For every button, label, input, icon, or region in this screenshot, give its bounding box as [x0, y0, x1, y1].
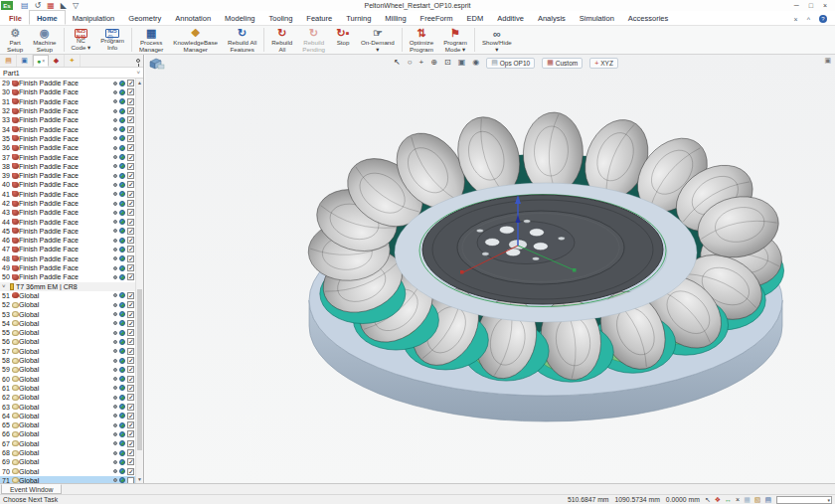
operation-row[interactable]: 55Global✓ [0, 328, 135, 337]
snap-modes-icon[interactable]: ❖ [715, 496, 721, 504]
operation-row[interactable]: 50Finish Paddle Face✓ [0, 272, 135, 281]
simulation-globe-icon[interactable] [119, 274, 125, 280]
simulation-globe-icon[interactable] [119, 81, 125, 86]
simulation-globe-icon[interactable] [119, 459, 125, 465]
operation-row[interactable]: 49Finish Paddle Face✓ [0, 263, 135, 272]
on-demand-button[interactable]: ☞On-Demand▾ [356, 26, 400, 54]
simulation-globe-icon[interactable] [119, 108, 125, 114]
scrollbar-thumb[interactable] [137, 289, 142, 451]
knowledgebase-manager-button[interactable]: ❖KnowledgeBaseManager [168, 26, 223, 54]
close-document-icon[interactable]: × [794, 16, 798, 23]
process-manager-button[interactable]: ▦ProcessManager [134, 26, 168, 54]
visibility-checkbox[interactable]: ✓ [127, 98, 134, 105]
simulation-globe-icon[interactable] [119, 395, 125, 401]
work-plane-icon[interactable]: ▧ [754, 496, 761, 504]
simulation-globe-icon[interactable] [119, 247, 125, 252]
measure-icon[interactable]: ◣ [61, 1, 67, 10]
auto-snap-icon[interactable]: ↔ [725, 496, 732, 504]
simulation-globe-icon[interactable] [119, 330, 125, 336]
simulation-globe-icon[interactable] [119, 320, 125, 326]
visibility-checkbox[interactable]: ✓ [127, 458, 134, 465]
menu-tab-analysis[interactable]: Analysis [531, 10, 573, 25]
visibility-checkbox[interactable]: ✓ [127, 107, 134, 114]
visibility-checkbox[interactable]: ✓ [127, 311, 134, 318]
simulation-globe-icon[interactable] [119, 440, 125, 446]
simulation-globe-icon[interactable] [119, 228, 125, 234]
simulation-globe-icon[interactable] [119, 98, 125, 104]
visibility-checkbox[interactable]: ✓ [127, 404, 134, 411]
program-mode-button[interactable]: ⚑ProgramMode ▾ [438, 26, 472, 54]
simulation-globe-icon[interactable] [119, 367, 125, 373]
simulation-globe-icon[interactable] [119, 163, 125, 169]
operation-row[interactable]: 38Finish Paddle Face✓ [0, 162, 135, 171]
simulation-globe-icon[interactable] [119, 339, 125, 345]
visibility-checkbox[interactable]: ✓ [127, 440, 134, 447]
visibility-checkbox[interactable]: ✓ [127, 264, 134, 271]
operation-row[interactable]: 60Global✓ [0, 375, 135, 384]
operation-row[interactable]: 61Global✓ [0, 384, 135, 393]
operation-row[interactable]: 41Finish Paddle Face✓ [0, 190, 135, 199]
event-window-tab[interactable]: Event Window [1, 484, 62, 494]
visibility-checkbox[interactable]: ✓ [127, 449, 134, 456]
pin-icon[interactable] [136, 59, 140, 63]
simulation-globe-icon[interactable] [119, 255, 125, 261]
visibility-checkbox[interactable]: ✓ [127, 292, 134, 299]
operation-row[interactable]: 42Finish Paddle Face✓ [0, 199, 135, 208]
visibility-checkbox[interactable]: ✓ [127, 191, 134, 198]
simulation-globe-icon[interactable] [119, 302, 125, 308]
simulation-globe-icon[interactable] [119, 311, 125, 317]
simulation-globe-icon[interactable] [119, 404, 125, 410]
simulation-globe-icon[interactable] [119, 173, 125, 179]
visibility-checkbox[interactable]: ✓ [127, 200, 134, 207]
close-icon[interactable]: × [42, 58, 45, 64]
program-info-button[interactable]: N25ⓘProgramInfo [95, 26, 129, 54]
operation-row[interactable]: 62Global✓ [0, 393, 135, 402]
simulation-globe-icon[interactable] [119, 450, 125, 456]
simulation-globe-icon[interactable] [119, 265, 125, 271]
show-hide-button[interactable]: ∞Show/Hide▾ [477, 26, 517, 54]
simulation-globe-icon[interactable] [119, 422, 125, 428]
part-selector[interactable]: Part1 ˅ [0, 68, 143, 79]
operation-row[interactable]: 35Finish Paddle Face✓ [0, 134, 135, 143]
visibility-checkbox[interactable]: ✓ [127, 154, 134, 161]
operation-row[interactable]: 65Global✓ [0, 420, 135, 429]
menu-tab-modeling[interactable]: Modeling [218, 10, 261, 25]
operation-row[interactable]: 70Global✓ [0, 466, 135, 475]
menu-tab-milling[interactable]: Milling [378, 10, 413, 25]
nc-code-button[interactable]: N25N40NCCode ▾ [67, 26, 96, 54]
optimize-program-button[interactable]: ⇅OptimizeProgram [405, 26, 438, 54]
visibility-checkbox[interactable]: ✓ [127, 273, 134, 280]
visibility-checkbox[interactable]: ✓ [127, 88, 134, 95]
simulation-globe-icon[interactable] [119, 135, 125, 141]
tab-operations-manager[interactable]: ●× [33, 55, 49, 67]
operation-row[interactable]: 57Global✓ [0, 347, 135, 356]
visibility-checkbox[interactable]: ✓ [127, 80, 134, 86]
menu-tab-manipulation[interactable]: Manipulation [66, 10, 122, 25]
operation-row[interactable]: 66Global✓ [0, 429, 135, 438]
operation-row[interactable]: 68Global✓ [0, 448, 135, 457]
simulation-globe-icon[interactable] [119, 292, 125, 298]
app-logo[interactable]: Es [1, 1, 13, 10]
rebuild-all-button[interactable]: ↻RebuildAll [266, 26, 297, 54]
operation-row[interactable]: 31Finish Paddle Face✓ [0, 97, 135, 106]
visibility-checkbox[interactable]: ✓ [127, 357, 134, 364]
menu-tab-home[interactable]: Home [29, 10, 66, 25]
visibility-checkbox[interactable]: ✓ [127, 320, 134, 327]
machine-setup-button[interactable]: ◉MachineSetup [28, 26, 61, 54]
operation-row[interactable]: 44Finish Paddle Face✓ [0, 217, 135, 226]
simulation-globe-icon[interactable] [119, 348, 125, 354]
dimension-icon[interactable]: ▦ [47, 1, 55, 10]
simulation-globe-icon[interactable] [119, 385, 125, 391]
operation-row[interactable]: 39Finish Paddle Face✓ [0, 171, 135, 180]
menu-tab-feature[interactable]: Feature [299, 10, 339, 25]
status-dropdown[interactable]: ▾ [776, 496, 832, 504]
operation-row[interactable]: 59Global✓ [0, 365, 135, 374]
operation-row[interactable]: 30Finish Paddle Face✓ [0, 87, 135, 96]
help-icon[interactable]: ? [819, 15, 827, 23]
operation-row[interactable]: 40Finish Paddle Face✓ [0, 180, 135, 189]
simulation-globe-icon[interactable] [119, 431, 125, 437]
rebuild-all-features-button[interactable]: ↻Rebuild AllFeatures [223, 26, 261, 54]
operation-row[interactable]: 54Global✓ [0, 319, 135, 328]
visibility-checkbox[interactable]: ✓ [127, 376, 134, 383]
visibility-checkbox[interactable]: ✓ [127, 430, 134, 437]
